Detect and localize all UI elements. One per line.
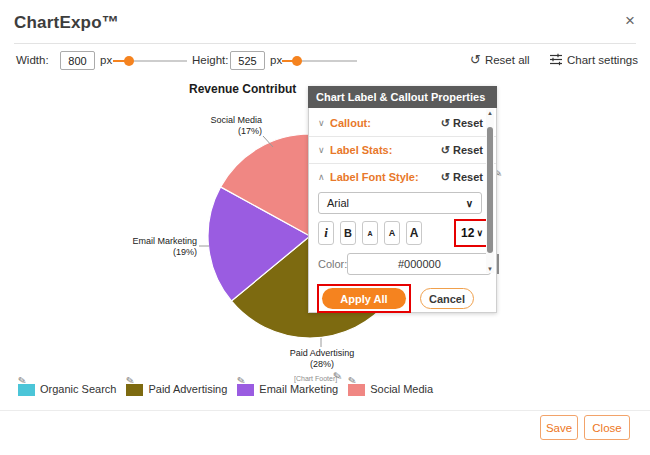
footer-divider — [0, 410, 650, 411]
legend-edit-pencil-icon[interactable]: ✎ — [126, 375, 136, 386]
legend-edit-pencil-icon[interactable]: ✎ — [17, 375, 27, 386]
italic-button[interactable]: i — [318, 221, 334, 245]
callout-social-media-pct: (17%) — [210, 126, 262, 137]
chevron-up-icon: ∧ — [318, 172, 330, 182]
section-label-font-style-label: Label Font Style: — [330, 171, 419, 183]
callout-paid-advertising: Paid Advertising (28%) — [262, 348, 382, 370]
color-row: Color: — [318, 253, 485, 275]
callout-reset-label: Reset — [453, 117, 483, 129]
legend-label: Paid Advertising — [148, 383, 227, 395]
panel-title: Chart Label & Callout Properties — [308, 86, 497, 108]
legend-swatch-organic-search: ✎ — [18, 384, 35, 396]
callout-paid-advertising-name: Paid Advertising — [262, 348, 382, 359]
save-button[interactable]: Save — [540, 415, 578, 440]
scrollbar-thumb[interactable] — [487, 127, 493, 253]
callout-email-marketing: Email Marketing (19%) — [132, 236, 197, 258]
font-family-select[interactable]: Arial ∨ — [318, 192, 482, 214]
bold-button[interactable]: B — [340, 221, 356, 245]
label-stats-reset-label: Reset — [453, 144, 483, 156]
legend-label: Organic Search — [40, 383, 116, 395]
font-family-value: Arial — [327, 197, 349, 209]
reset-icon: ↺ — [441, 172, 450, 183]
callout-reset-button[interactable]: ↺ Reset — [441, 117, 483, 129]
chart-title: Revenue Contribut — [189, 82, 296, 96]
legend-item-paid-advertising[interactable]: ✎ Paid Advertising — [126, 381, 227, 396]
callout-paid-advertising-pct: (28%) — [262, 359, 382, 370]
cancel-button[interactable]: Cancel — [420, 288, 474, 309]
reset-icon: ↺ — [441, 118, 450, 129]
legend-swatch-social-media: ✎ — [348, 384, 365, 396]
font-size-value: 12 — [461, 226, 474, 240]
label-font-style-reset-label: Reset — [453, 171, 483, 183]
font-size-medium-button[interactable]: A — [384, 221, 400, 245]
label-callout-properties-panel: Chart Label & Callout Properties ∨ Callo… — [308, 86, 497, 313]
section-label-stats[interactable]: ∨ Label Stats: ↺ Reset — [309, 137, 496, 163]
legend-edit-pencil-icon[interactable]: ✎ — [348, 375, 358, 386]
chevron-down-icon: ∨ — [466, 198, 473, 209]
color-hex-input[interactable] — [347, 253, 491, 275]
chart-legend: ✎ Organic Search ✎ Paid Advertising ✎ Em… — [18, 381, 443, 396]
chartexpo-dialog: ChartExpo™ × Width: px Height: px ↺ Rese… — [0, 0, 650, 455]
font-size-select-highlighted[interactable]: 12 ∨ — [454, 219, 490, 247]
apply-all-highlight-box: Apply All — [317, 284, 411, 313]
color-swatch[interactable] — [497, 254, 499, 274]
close-button[interactable]: Close — [584, 415, 630, 440]
section-callout-label: Callout: — [330, 117, 371, 129]
panel-scrollbar[interactable]: ▲ ▼ — [486, 109, 494, 273]
chevron-down-icon: ∨ — [318, 118, 330, 128]
callout-social-media: Social Media (17%) — [210, 115, 262, 137]
chevron-down-icon: ∨ — [318, 145, 330, 155]
callout-email-marketing-pct: (19%) — [132, 247, 197, 258]
reset-icon: ↺ — [441, 145, 450, 156]
color-label: Color: — [318, 258, 347, 270]
legend-label: Social Media — [370, 383, 433, 395]
legend-item-social-media[interactable]: ✎ Social Media — [348, 381, 433, 396]
apply-row: Apply All Cancel — [317, 284, 496, 313]
apply-all-button[interactable]: Apply All — [322, 288, 406, 309]
legend-label: Email Marketing — [259, 383, 338, 395]
label-font-style-reset-button[interactable]: ↺ Reset — [441, 171, 483, 183]
legend-swatch-email-marketing: ✎ — [237, 384, 254, 396]
section-label-stats-label: Label Stats: — [330, 144, 392, 156]
font-size-small-button[interactable]: A — [362, 221, 378, 245]
font-size-large-button[interactable]: A — [406, 221, 422, 245]
panel-body: ∨ Callout: ↺ Reset ∨ Label Stats: ↺ Rese… — [308, 108, 497, 313]
legend-edit-pencil-icon[interactable]: ✎ — [237, 375, 247, 386]
scroll-down-icon[interactable]: ▼ — [486, 265, 494, 273]
chevron-down-icon: ∨ — [476, 228, 483, 238]
label-stats-reset-button[interactable]: ↺ Reset — [441, 144, 483, 156]
section-label-font-style[interactable]: ∧ Label Font Style: ↺ Reset — [309, 164, 496, 190]
font-style-buttons-row: i B A A A 12 ∨ — [318, 219, 490, 247]
legend-swatch-paid-advertising: ✎ — [126, 384, 143, 396]
callout-email-marketing-name: Email Marketing — [132, 236, 197, 247]
legend-item-organic-search[interactable]: ✎ Organic Search — [18, 381, 116, 396]
legend-item-email-marketing[interactable]: ✎ Email Marketing — [237, 381, 338, 396]
section-callout[interactable]: ∨ Callout: ↺ Reset — [309, 110, 496, 136]
callout-social-media-name: Social Media — [210, 115, 262, 126]
scroll-up-icon[interactable]: ▲ — [486, 109, 494, 117]
